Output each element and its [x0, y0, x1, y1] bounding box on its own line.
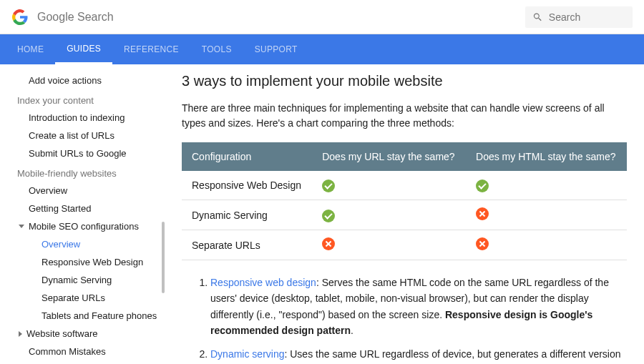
table-row: Separate URLs [182, 230, 627, 260]
nav-bar: HOME GUIDES REFERENCE TOOLS SUPPORT [0, 34, 644, 64]
sidebar-getting-started[interactable]: Getting Started [6, 200, 165, 217]
search-input[interactable] [549, 11, 625, 23]
cell-url [312, 171, 466, 200]
sidebar-intro-indexing[interactable]: Introduction to indexing [6, 109, 165, 127]
th-config: Configuration [182, 142, 312, 171]
comparison-table: Configuration Does my URL stay the same?… [182, 142, 627, 260]
check-icon [476, 179, 489, 192]
sidebar-create-urls[interactable]: Create a list of URLs [6, 127, 165, 144]
sidebar-seo-overview[interactable]: Overview [6, 235, 165, 253]
cell-html [466, 171, 627, 200]
cell-url [312, 200, 466, 230]
header: Google Search [0, 0, 644, 34]
sidebar-mobile-seo[interactable]: Mobile SEO configurations [6, 217, 165, 235]
page-title: 3 ways to implement your mobile website [182, 73, 627, 89]
search-box[interactable] [525, 6, 633, 28]
check-icon [322, 179, 335, 192]
sidebar-seo-tablets[interactable]: Tablets and Feature phones [6, 307, 165, 325]
nav-guides[interactable]: GUIDES [55, 34, 112, 64]
x-icon [476, 207, 489, 220]
cell-url [312, 230, 466, 260]
sidebar-faq[interactable]: FAQ [6, 360, 165, 364]
intro-text: There are three main techniques for impl… [182, 101, 627, 131]
link-dynamic[interactable]: Dynamic serving [210, 348, 284, 360]
sidebar-seo-rwd[interactable]: Responsive Web Design [6, 253, 165, 271]
sidebar-add-voice[interactable]: Add voice actions [6, 72, 165, 89]
sidebar: Add voice actions Index your content Int… [0, 64, 165, 364]
sidebar-heading-index: Index your content [6, 89, 165, 109]
nav-reference[interactable]: REFERENCE [112, 34, 190, 64]
sidebar-overview[interactable]: Overview [6, 182, 165, 200]
nav-tools[interactable]: TOOLS [190, 34, 243, 64]
sidebar-common-mistakes[interactable]: Common Mistakes [6, 343, 165, 360]
table-row: Responsive Web Design [182, 171, 627, 200]
methods-list: Responsive web design: Serves the same H… [182, 275, 627, 364]
sidebar-website-software[interactable]: Website software [6, 325, 165, 343]
cell-config: Dynamic Serving [182, 200, 312, 230]
cell-config: Responsive Web Design [182, 171, 312, 200]
list-item: Responsive web design: Serves the same H… [210, 275, 627, 339]
content: 3 ways to implement your mobile website … [165, 64, 644, 364]
sidebar-seo-separate[interactable]: Separate URLs [6, 289, 165, 307]
nav-support[interactable]: SUPPORT [243, 34, 309, 64]
sidebar-submit-urls[interactable]: Submit URLs to Google [6, 144, 165, 162]
sidebar-seo-dynamic[interactable]: Dynamic Serving [6, 271, 165, 289]
check-icon [322, 210, 335, 222]
scrollbar-thumb[interactable] [162, 222, 165, 293]
cell-html [466, 230, 627, 260]
th-html: Does my HTML stay the same? [466, 142, 627, 171]
cell-config: Separate URLs [182, 230, 312, 260]
list-item: Dynamic serving: Uses the same URL regar… [210, 346, 627, 364]
nav-home[interactable]: HOME [6, 34, 55, 64]
table-row: Dynamic Serving [182, 200, 627, 230]
google-logo[interactable] [11, 9, 29, 26]
sidebar-heading-mobile: Mobile-friendly websites [6, 162, 165, 182]
link-rwd[interactable]: Responsive web design [210, 277, 316, 288]
main: Add voice actions Index your content Int… [0, 64, 644, 364]
cell-html [466, 200, 627, 230]
x-icon [322, 237, 335, 250]
th-url: Does my URL stay the same? [312, 142, 466, 171]
x-icon [476, 237, 489, 250]
search-icon [532, 11, 543, 24]
product-name: Google Search [37, 11, 114, 24]
